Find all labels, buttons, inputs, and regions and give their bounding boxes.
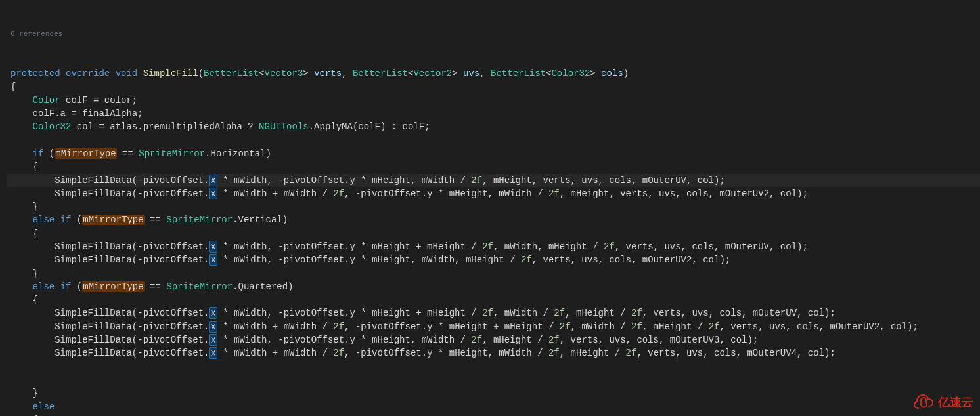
code-token: ==: [117, 148, 139, 159]
code-token: [11, 281, 33, 292]
code-token: x: [209, 321, 217, 333]
code-token: 2f: [521, 255, 532, 265]
code-line[interactable]: {: [7, 293, 980, 306]
code-token: mMirrorType: [55, 148, 116, 159]
code-token: Vector3: [265, 68, 303, 79]
code-token: , verts, uvs, cols, mOuterUV2, col);: [532, 255, 730, 265]
code-token: SpriteMirror: [166, 215, 233, 225]
code-token: ,: [479, 68, 491, 79]
code-line[interactable]: }: [7, 200, 980, 213]
code-token: * mWidth + mWidth /: [217, 188, 333, 199]
code-line[interactable]: {: [7, 160, 980, 173]
code-line[interactable]: [7, 373, 980, 386]
code-line[interactable]: Color32 col = atlas.premultipliedAlpha ?…: [7, 120, 980, 133]
code-token: [60, 68, 66, 79]
code-line[interactable]: SimpleFillData(-pivotOffset.x * mWidth +…: [7, 320, 980, 333]
code-line[interactable]: [7, 134, 980, 147]
code-token: * mWidth, -pivotOffset.y * mHeight, mWid…: [217, 335, 471, 345]
code-line[interactable]: {: [7, 227, 980, 240]
code-token: 2f: [626, 348, 637, 358]
code-token: SimpleFillData(-pivotOffset.: [11, 348, 209, 358]
code-token: 2f: [631, 308, 642, 318]
code-token: SpriteMirror: [166, 281, 233, 292]
code-line[interactable]: SimpleFillData(-pivotOffset.x * mWidth, …: [7, 306, 980, 320]
code-token: , mHeight /: [565, 308, 631, 318]
code-token: [55, 215, 60, 225]
code-token: [11, 215, 33, 225]
code-line[interactable]: SimpleFillData(-pivotOffset.x * mWidth +…: [7, 187, 980, 200]
code-token: x: [209, 307, 217, 319]
code-token: if: [60, 281, 72, 292]
code-token: else: [33, 281, 55, 292]
code-token: {: [11, 228, 38, 239]
code-token: ==: [145, 281, 167, 292]
code-token: .Vertical): [233, 215, 288, 225]
code-token: .ApplyMA(colF) : colF;: [309, 121, 430, 132]
code-line[interactable]: SimpleFillData(-pivotOffset.x * mWidth, …: [7, 240, 980, 253]
code-token: 2f: [604, 241, 615, 252]
code-line[interactable]: SimpleFillData(-pivotOffset.x * mWidth +…: [7, 346, 980, 360]
code-token: verts: [314, 68, 342, 79]
code-token: 2f: [548, 348, 560, 358]
code-line[interactable]: SimpleFillData(-pivotOffset.x * mWidth, …: [7, 253, 980, 266]
code-token: Color32: [551, 68, 590, 79]
code-token: override: [66, 68, 110, 79]
code-token: x: [209, 254, 217, 266]
code-token: 2f: [471, 175, 482, 186]
code-line[interactable]: else if (mMirrorType == SpriteMirror.Qua…: [7, 280, 980, 293]
code-token: >: [452, 68, 463, 79]
code-token: [55, 281, 60, 292]
code-line[interactable]: SimpleFillData(-pivotOffset.x * mWidth, …: [7, 333, 980, 346]
code-token: SimpleFillData(-pivotOffset.: [11, 255, 209, 265]
code-token: x: [209, 175, 217, 186]
code-token: 2f: [482, 241, 493, 252]
code-token: * mWidth, -pivotOffset.y * mHeight, mWid…: [217, 175, 471, 186]
code-line[interactable]: else if (mMirrorType == SpriteMirror.Ver…: [7, 213, 980, 226]
code-token: BetterList: [353, 68, 408, 79]
code-token: {: [11, 295, 38, 305]
code-token: , verts, uvs, cols, mOuterUV4, col);: [636, 348, 835, 358]
code-token: 2f: [333, 348, 344, 358]
code-token: mMirrorType: [82, 215, 144, 225]
code-line[interactable]: }: [7, 386, 980, 400]
code-token: ,: [342, 68, 353, 79]
code-line[interactable]: Color colF = color;: [7, 94, 980, 107]
code-line[interactable]: protected override void SimpleFill(Bette…: [7, 67, 980, 80]
code-token: colF = color;: [60, 95, 138, 106]
code-editor[interactable]: 6 references protected override void Sim…: [0, 0, 980, 416]
code-line[interactable]: [7, 360, 980, 373]
code-token: [11, 95, 33, 106]
codelens-references[interactable]: 6 references: [7, 30, 980, 40]
code-token: x: [209, 347, 217, 359]
code-token: , -pivotOffset.y * mHeight, mWidth /: [344, 188, 548, 199]
code-token: (: [71, 215, 82, 225]
code-line[interactable]: else: [7, 400, 980, 413]
code-line[interactable]: }: [7, 267, 980, 280]
code-token: 2f: [709, 322, 720, 332]
code-token: SimpleFillData(-pivotOffset.: [11, 188, 209, 199]
code-line[interactable]: if (mMirrorType == SpriteMirror.Horizont…: [7, 147, 980, 160]
code-token: SimpleFillData(-pivotOffset.: [11, 241, 209, 252]
code-token: , mWidth /: [493, 308, 554, 318]
code-token: , mHeight /: [560, 348, 626, 358]
code-token: colF.a = finalAlpha;: [11, 108, 143, 119]
code-token: BetterList: [491, 68, 546, 79]
code-line[interactable]: SimpleFillData(-pivotOffset.x * mWidth, …: [7, 174, 980, 187]
code-token: uvs: [463, 68, 479, 79]
code-line[interactable]: colF.a = finalAlpha;: [7, 107, 980, 120]
code-token: * mWidth + mWidth /: [217, 322, 333, 332]
code-token: SimpleFillData(-pivotOffset.: [11, 308, 209, 318]
code-token: [137, 68, 143, 79]
code-token: (: [198, 68, 204, 79]
code-token: if: [33, 148, 44, 159]
code-token: 2f: [333, 322, 344, 332]
code-token: protected: [11, 68, 60, 79]
code-token: [110, 68, 115, 79]
code-token: >: [590, 68, 601, 79]
code-token: , mHeight, verts, uvs, cols, mOuterUV2, …: [560, 188, 808, 199]
code-token: , mHeight, verts, uvs, cols, mOuterUV, c…: [482, 175, 725, 186]
code-token: 2f: [631, 322, 642, 332]
code-line[interactable]: {: [7, 80, 980, 93]
code-token: x: [209, 334, 217, 346]
code-line[interactable]: {: [7, 413, 980, 416]
